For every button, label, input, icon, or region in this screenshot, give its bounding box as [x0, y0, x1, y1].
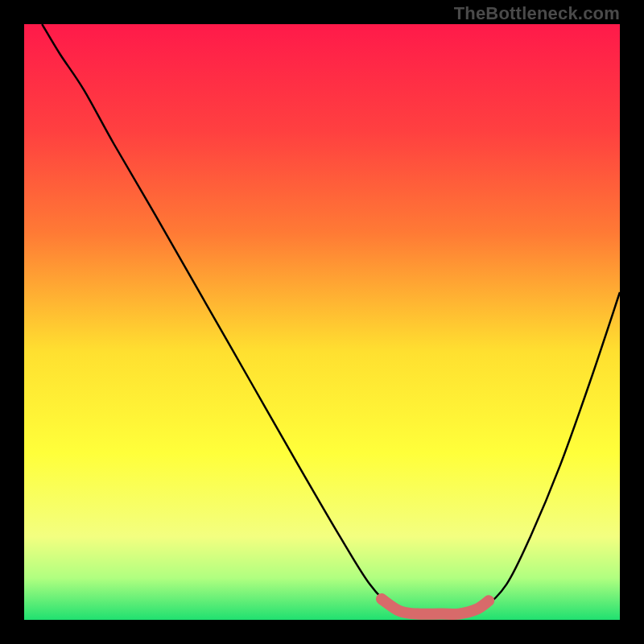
- watermark-text: TheBottleneck.com: [454, 3, 620, 24]
- chart-svg: [24, 24, 620, 620]
- gradient-background: [24, 24, 620, 620]
- chart-container: TheBottleneck.com: [0, 0, 644, 644]
- plot-area: [24, 24, 620, 620]
